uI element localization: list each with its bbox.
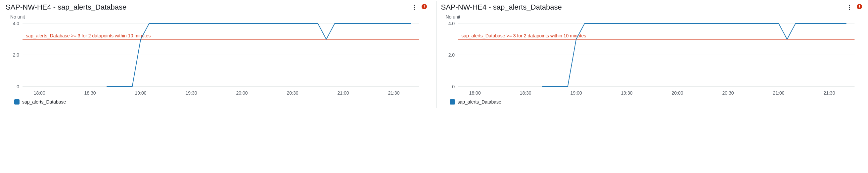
svg-point-23 — [849, 7, 850, 8]
alarm-state-icon — [857, 4, 862, 11]
line-chart: 02.04.018:0018:3019:0019:3020:0020:3021:… — [440, 20, 861, 97]
svg-text:20:00: 20:00 — [236, 90, 248, 96]
svg-text:2.0: 2.0 — [13, 52, 20, 58]
svg-text:18:00: 18:00 — [469, 90, 480, 96]
legend-swatch — [14, 99, 20, 105]
panel-header: SAP-NW-HE4 - sap_alerts_Database — [1, 1, 432, 13]
svg-text:21:00: 21:00 — [773, 90, 784, 96]
legend: sap_alerts_Database — [436, 98, 867, 108]
svg-text:18:30: 18:30 — [84, 90, 96, 96]
svg-text:21:30: 21:30 — [823, 90, 835, 96]
svg-text:18:00: 18:00 — [34, 90, 45, 96]
panel-menu-button[interactable] — [846, 4, 853, 11]
panel-header: SAP-NW-HE4 - sap_alerts_Database — [436, 1, 867, 13]
svg-text:18:30: 18:30 — [520, 90, 531, 96]
svg-rect-26 — [859, 5, 860, 7]
svg-point-0 — [414, 5, 415, 6]
svg-rect-4 — [424, 5, 425, 7]
svg-text:20:00: 20:00 — [672, 90, 683, 96]
svg-text:4.0: 4.0 — [13, 21, 20, 26]
svg-rect-5 — [424, 8, 425, 8]
metric-panel: SAP-NW-HE4 - sap_alerts_Database No unit… — [1, 1, 432, 108]
alarm-state-icon — [421, 4, 427, 11]
alert-icon — [857, 4, 862, 10]
legend-swatch — [450, 99, 455, 105]
svg-text:19:30: 19:30 — [186, 90, 197, 96]
svg-text:21:00: 21:00 — [337, 90, 349, 96]
chart-area: 02.04.018:0018:3019:0019:3020:0020:3021:… — [1, 20, 432, 98]
svg-text:0: 0 — [17, 84, 19, 89]
legend-label: sap_alerts_Database — [458, 99, 501, 105]
svg-point-1 — [414, 7, 415, 8]
svg-point-24 — [849, 9, 850, 10]
legend-label: sap_alerts_Database — [22, 99, 66, 105]
svg-text:20:30: 20:30 — [286, 90, 298, 96]
svg-text:21:30: 21:30 — [388, 90, 399, 96]
panel-menu-button[interactable] — [411, 4, 418, 11]
vertical-dots-icon — [411, 4, 417, 10]
svg-text:sap_alerts_Database >= 3 for 2: sap_alerts_Database >= 3 for 2 datapoint… — [26, 33, 151, 38]
unit-label: No unit — [436, 13, 867, 20]
svg-text:20:30: 20:30 — [722, 90, 734, 96]
metric-panel: SAP-NW-HE4 - sap_alerts_Database No unit… — [436, 1, 868, 108]
svg-text:sap_alerts_Database >= 3 for 2: sap_alerts_Database >= 3 for 2 datapoint… — [461, 33, 586, 38]
panel-title: SAP-NW-HE4 - sap_alerts_Database — [6, 3, 126, 11]
svg-text:2.0: 2.0 — [448, 52, 455, 58]
svg-text:19:00: 19:00 — [570, 90, 582, 96]
panel-actions — [411, 4, 427, 11]
dashboard-row: SAP-NW-HE4 - sap_alerts_Database No unit… — [0, 0, 868, 109]
svg-text:4.0: 4.0 — [448, 21, 455, 26]
svg-point-2 — [414, 9, 415, 10]
vertical-dots-icon — [846, 4, 852, 10]
svg-point-22 — [849, 5, 850, 6]
legend: sap_alerts_Database — [1, 98, 432, 108]
alert-icon — [421, 4, 427, 10]
line-chart: 02.04.018:0018:3019:0019:3020:0020:3021:… — [4, 20, 426, 97]
svg-rect-27 — [859, 8, 860, 8]
panel-actions — [846, 4, 862, 11]
svg-text:19:30: 19:30 — [621, 90, 632, 96]
panel-title: SAP-NW-HE4 - sap_alerts_Database — [441, 3, 562, 11]
unit-label: No unit — [1, 13, 432, 20]
svg-text:0: 0 — [452, 84, 455, 89]
svg-text:19:00: 19:00 — [135, 90, 147, 96]
chart-area: 02.04.018:0018:3019:0019:3020:0020:3021:… — [436, 20, 867, 98]
